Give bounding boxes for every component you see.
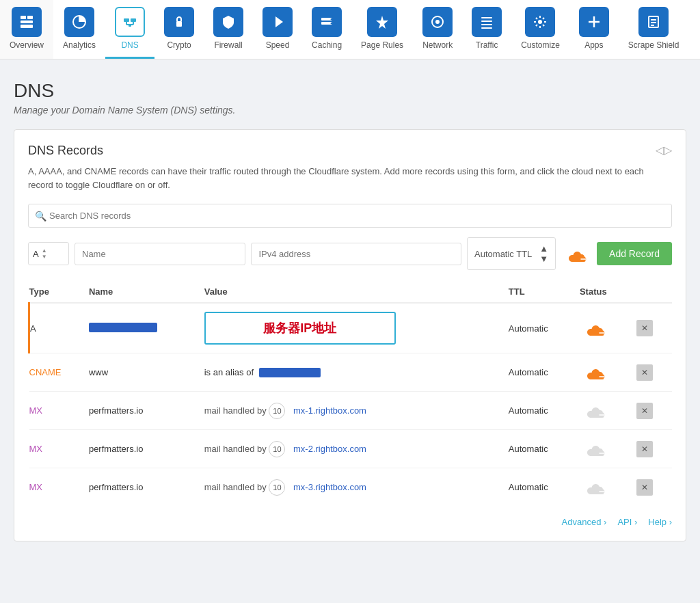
api-link[interactable]: API xyxy=(617,517,637,527)
col-action xyxy=(636,281,672,303)
nav-label-scrape-shield: Scrape Shield xyxy=(628,40,679,50)
nav-label-traffic: Traffic xyxy=(476,40,498,50)
delete-button[interactable]: ✕ xyxy=(636,479,653,496)
record-name-input[interactable] xyxy=(75,243,245,265)
mx-priority-badge: 10 xyxy=(269,479,285,496)
nav-item-dns[interactable]: DNS xyxy=(105,0,154,59)
nav-item-traffic[interactable]: Traffic xyxy=(462,0,511,59)
svg-point-17 xyxy=(331,23,333,25)
delete-button[interactable]: ✕ xyxy=(636,441,653,457)
mx-link[interactable]: mx-2.rightbox.com xyxy=(293,444,366,454)
dns-icon xyxy=(115,7,145,37)
delete-button[interactable]: ✕ xyxy=(636,403,653,419)
table-row: CNAME www is an alias of Automatic xyxy=(29,353,673,392)
scrape-shield-icon xyxy=(638,7,669,37)
search-icon: 🔍 xyxy=(35,211,46,222)
nav-item-caching[interactable]: Caching xyxy=(302,0,351,59)
speed-icon xyxy=(262,7,293,37)
cloud-status-icon[interactable] xyxy=(580,362,610,381)
svg-point-16 xyxy=(331,18,333,21)
nav-item-overview[interactable]: Overview xyxy=(0,0,53,59)
col-name: Name xyxy=(89,281,204,303)
record-delete: ✕ xyxy=(636,468,672,507)
table-header: Type Name Value TTL Status xyxy=(29,281,673,303)
cloud-orange-add xyxy=(561,244,591,263)
nav-label-caching: Caching xyxy=(312,40,342,50)
nav-label-page-rules: Page Rules xyxy=(361,40,403,50)
record-value: is an alias of xyxy=(204,353,509,392)
mx-link[interactable]: mx-3.rightbox.com xyxy=(293,482,366,492)
nav-label-speed: Speed xyxy=(266,40,290,50)
record-status xyxy=(580,392,636,430)
help-link[interactable]: Help xyxy=(648,517,672,527)
nav-item-crypto[interactable]: Crypto xyxy=(154,0,204,59)
record-name: www xyxy=(89,353,204,392)
nav-label-firewall: Firewall xyxy=(214,40,242,50)
page-content: DNS Manage your Domain Name System (DNS)… xyxy=(0,59,700,555)
card-description: A, AAAA, and CNAME records can have thei… xyxy=(28,165,656,191)
cloud-status-icon[interactable] xyxy=(580,400,610,419)
record-name xyxy=(89,303,204,353)
cloud-status-icon[interactable] xyxy=(580,318,610,337)
record-value: mail handled by 10 mx-1.rightbox.com xyxy=(204,392,509,430)
record-type: A xyxy=(29,303,89,353)
page-rules-icon xyxy=(367,7,397,37)
analytics-icon xyxy=(64,7,94,37)
search-input[interactable] xyxy=(28,204,672,228)
ttl-arrows: ▲▼ xyxy=(539,243,548,264)
delete-button[interactable]: ✕ xyxy=(636,320,653,336)
delete-button[interactable]: ✕ xyxy=(636,364,653,381)
dns-records-card: DNS Records A, AAAA, and CNAME records c… xyxy=(14,129,686,541)
nav-item-page-rules[interactable]: Page Rules xyxy=(351,0,413,59)
mx-priority-badge: 10 xyxy=(269,441,285,457)
col-ttl: TTL xyxy=(509,281,580,303)
type-select-value: A xyxy=(33,249,39,259)
card-title-wrap: DNS Records A, AAAA, and CNAME records c… xyxy=(28,144,656,204)
record-value-input[interactable] xyxy=(251,243,461,265)
add-record-row: A ▲▼ Automatic TTL ▲▼ Add Record xyxy=(28,237,672,270)
svg-rect-11 xyxy=(129,25,131,27)
record-status xyxy=(580,303,636,353)
cloud-status-icon[interactable] xyxy=(580,477,610,496)
nav-item-network[interactable]: Network xyxy=(413,0,462,59)
nav-item-firewall[interactable]: Firewall xyxy=(204,0,253,59)
nav-label-dns: DNS xyxy=(121,40,138,50)
advanced-link[interactable]: Advanced xyxy=(562,517,607,527)
nav-item-customize[interactable]: Customize xyxy=(511,0,569,59)
record-status xyxy=(580,353,636,392)
page-subtitle: Manage your Domain Name System (DNS) set… xyxy=(14,105,686,116)
svg-rect-0 xyxy=(21,16,26,19)
card-footer: Advanced API Help xyxy=(28,517,672,527)
svg-point-20 xyxy=(435,20,440,24)
traffic-icon xyxy=(472,7,502,37)
mx-link[interactable]: mx-1.rightbox.com xyxy=(293,405,366,416)
cloudflare-proxy-toggle[interactable] xyxy=(561,244,591,263)
nav-label-crypto: Crypto xyxy=(167,40,191,50)
ttl-select[interactable]: Automatic TTL ▲▼ xyxy=(467,237,556,270)
nav-item-scrape-shield[interactable]: Scrape Shield xyxy=(619,0,689,59)
record-type: CNAME xyxy=(29,353,89,392)
nav-item-analytics[interactable]: Analytics xyxy=(53,0,105,59)
cloud-status-icon[interactable] xyxy=(580,438,610,457)
add-record-button[interactable]: Add Record xyxy=(597,242,672,265)
svg-rect-7 xyxy=(131,18,136,22)
nav-label-network: Network xyxy=(422,40,453,50)
svg-rect-1 xyxy=(27,16,33,19)
type-select[interactable]: A ▲▼ xyxy=(28,242,69,265)
search-wrap: 🔍 xyxy=(28,204,672,228)
overview-icon xyxy=(12,7,42,37)
record-delete: ✕ xyxy=(636,303,672,353)
card-header: DNS Records A, AAAA, and CNAME records c… xyxy=(28,144,672,204)
table-row: MX perfmatters.io mail handled by 10 mx-… xyxy=(29,392,673,430)
svg-rect-31 xyxy=(651,25,654,26)
nav-item-speed[interactable]: Speed xyxy=(253,0,302,59)
col-type: Type xyxy=(29,281,89,303)
nav-label-analytics: Analytics xyxy=(63,40,96,50)
col-value: Value xyxy=(204,281,509,303)
table-row: A 服务器IP地址 Automatic xyxy=(29,303,673,353)
collapse-icon[interactable]: ◁▷ xyxy=(656,144,672,157)
nav-item-apps[interactable]: Apps xyxy=(569,0,619,59)
record-value: mail handled by 10 mx-3.rightbox.com xyxy=(204,468,509,507)
name-blue-bar xyxy=(89,323,157,332)
value-highlighted: 服务器IP地址 xyxy=(204,312,396,345)
